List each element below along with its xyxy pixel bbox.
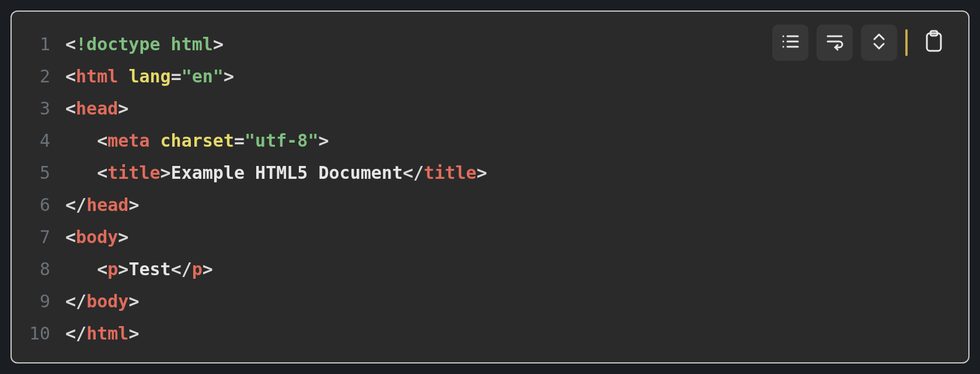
- line-number: 10: [23, 317, 65, 349]
- code-lines[interactable]: 1<!doctype html>2<html lang="en">3<head>…: [23, 28, 957, 349]
- code-content[interactable]: <p>Test</p>: [65, 253, 213, 285]
- code-line[interactable]: 4 <meta charset="utf-8">: [23, 124, 957, 157]
- code-content[interactable]: <body>: [65, 221, 128, 253]
- code-content[interactable]: <meta charset="utf-8">: [65, 124, 329, 157]
- wrap-icon: [824, 30, 846, 55]
- code-content[interactable]: <head>: [65, 92, 128, 124]
- list-icon: [779, 30, 801, 55]
- line-number: 8: [23, 253, 65, 285]
- code-line[interactable]: 10</html>: [23, 317, 957, 349]
- line-number: 7: [23, 221, 65, 253]
- code-content[interactable]: </body>: [65, 285, 139, 317]
- code-line[interactable]: 6</head>: [23, 189, 957, 221]
- line-number: 2: [23, 60, 65, 92]
- line-number: 9: [23, 285, 65, 317]
- copy-button[interactable]: [916, 25, 952, 61]
- line-number: 5: [23, 157, 65, 189]
- code-content[interactable]: <html lang="en">: [65, 60, 234, 92]
- clipboard-icon: [922, 29, 946, 57]
- line-number: 1: [23, 28, 65, 60]
- code-toolbar: [772, 25, 952, 61]
- code-block: 1<!doctype html>2<html lang="en">3<head>…: [11, 11, 969, 363]
- code-line[interactable]: 8 <p>Test</p>: [23, 253, 957, 285]
- toolbar-divider: [905, 29, 908, 56]
- line-numbers-button[interactable]: [772, 25, 808, 61]
- line-number: 6: [23, 189, 65, 221]
- word-wrap-button[interactable]: [817, 25, 853, 61]
- line-number: 3: [23, 92, 65, 124]
- code-content[interactable]: </head>: [65, 189, 139, 221]
- expand-button[interactable]: [861, 25, 897, 61]
- code-content[interactable]: </html>: [65, 317, 139, 349]
- expand-icon: [868, 30, 890, 55]
- line-number: 4: [23, 124, 65, 157]
- code-line[interactable]: 9</body>: [23, 285, 957, 317]
- code-line[interactable]: 3<head>: [23, 92, 957, 124]
- code-content[interactable]: <!doctype html>: [65, 28, 224, 60]
- code-line[interactable]: 5 <title>Example HTML5 Document</title>: [23, 157, 957, 189]
- code-content[interactable]: <title>Example HTML5 Document</title>: [65, 157, 487, 189]
- code-line[interactable]: 7<body>: [23, 221, 957, 253]
- code-line[interactable]: 2<html lang="en">: [23, 60, 957, 92]
